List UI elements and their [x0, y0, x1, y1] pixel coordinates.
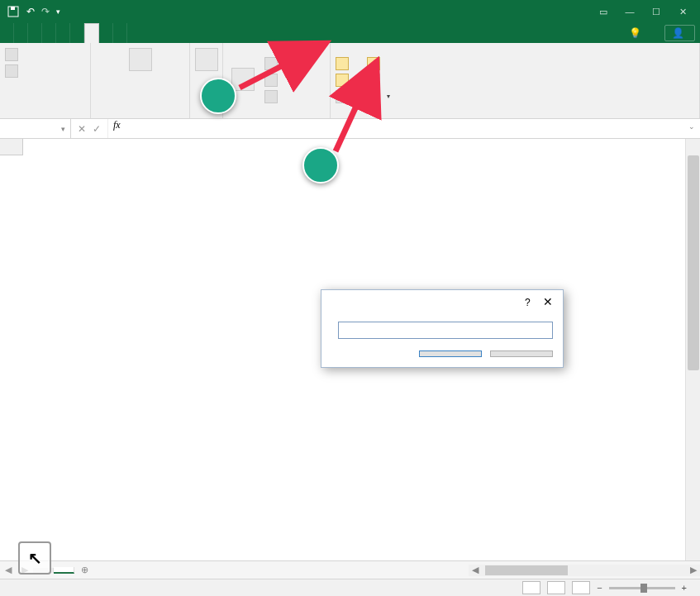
tab-review[interactable] — [84, 23, 99, 43]
name-box[interactable]: ▾ — [0, 119, 71, 138]
qat-dropdown-icon[interactable]: ▾ — [56, 7, 60, 16]
sheet-nav-prev-icon[interactable]: ◀ — [0, 565, 17, 575]
group-comments-label — [228, 113, 325, 115]
title-bar: ↶ ↷ ▾ ▭ — ☐ ✕ — [0, 0, 700, 23]
ok-button[interactable] — [419, 350, 482, 357]
ribbon-options-icon[interactable]: ▭ — [591, 3, 616, 20]
share-icon: 👤 — [672, 27, 684, 39]
fx-icon[interactable]: fx — [108, 119, 126, 138]
expand-formula-icon[interactable]: ⌄ — [683, 119, 700, 138]
svg-rect-1 — [11, 7, 15, 10]
save-icon[interactable] — [7, 5, 20, 18]
close-icon[interactable]: ✕ — [670, 3, 695, 20]
svg-line-3 — [336, 61, 377, 151]
cursor-icon: ↖ — [18, 541, 51, 575]
status-bar: − + — [0, 579, 700, 596]
formula-input[interactable] — [126, 119, 683, 138]
sheet-tab-bar: ◀ ▶ ⊕ ◀▶ — [0, 560, 700, 579]
add-sheet-icon[interactable]: ⊕ — [74, 565, 95, 575]
group-proofing-label — [5, 113, 85, 115]
redo-icon[interactable]: ↷ — [41, 6, 50, 17]
zoom-in-icon[interactable]: + — [682, 583, 687, 593]
undo-icon[interactable]: ↶ — [26, 6, 35, 17]
maximize-icon[interactable]: ☐ — [644, 3, 669, 20]
tab-developer[interactable] — [113, 23, 127, 43]
zoom-out-icon[interactable]: − — [597, 583, 602, 593]
spelling-button[interactable] — [5, 46, 85, 63]
tab-view[interactable] — [99, 23, 113, 43]
dialog-close-icon[interactable]: ✕ — [540, 295, 556, 308]
view-normal-icon[interactable] — [522, 581, 540, 594]
tab-data[interactable] — [70, 23, 84, 43]
view-layout-icon[interactable] — [547, 581, 565, 594]
view-pagebreak-icon[interactable] — [572, 581, 590, 594]
tab-formulas[interactable] — [56, 23, 70, 43]
sign-in[interactable] — [651, 23, 664, 43]
annotation-badge-2 — [302, 147, 339, 184]
annotation-arrow-2 — [327, 56, 393, 155]
translate-icon — [195, 48, 218, 71]
lightbulb-icon: 💡 — [629, 27, 641, 39]
horizontal-scrollbar[interactable]: ◀▶ — [469, 565, 700, 576]
spelling-icon — [5, 48, 18, 61]
smart-lookup-button[interactable] — [96, 46, 184, 74]
tab-file[interactable] — [0, 23, 14, 43]
tab-home[interactable] — [14, 23, 28, 43]
thesaurus-button[interactable] — [5, 63, 85, 79]
unprotect-dialog: ? ✕ — [321, 289, 564, 368]
translate-button[interactable] — [195, 46, 217, 74]
watermark: ↖ — [18, 541, 61, 575]
name-box-input[interactable] — [5, 123, 61, 135]
cancel-formula-icon[interactable]: ✕ — [78, 123, 86, 135]
ribbon-tabs: 💡 👤 — [0, 23, 700, 43]
dialog-help-icon[interactable]: ? — [518, 297, 537, 308]
minimize-icon[interactable]: — — [617, 3, 642, 20]
accept-formula-icon[interactable]: ✓ — [93, 123, 101, 135]
annotation-badge-1 — [200, 78, 236, 114]
svg-line-2 — [240, 43, 326, 88]
smart-lookup-icon — [129, 48, 152, 71]
password-input[interactable] — [338, 322, 553, 339]
vertical-scrollbar[interactable] — [685, 139, 700, 560]
tab-insert[interactable] — [28, 23, 42, 43]
tab-layout[interactable] — [42, 23, 56, 43]
tell-me[interactable]: 💡 — [622, 23, 651, 43]
share-button[interactable]: 👤 — [664, 25, 695, 41]
thesaurus-icon — [5, 64, 18, 78]
group-insights-label — [96, 113, 184, 115]
zoom-slider[interactable] — [609, 587, 675, 589]
cancel-button[interactable] — [490, 350, 553, 357]
select-all-corner[interactable] — [0, 139, 23, 155]
